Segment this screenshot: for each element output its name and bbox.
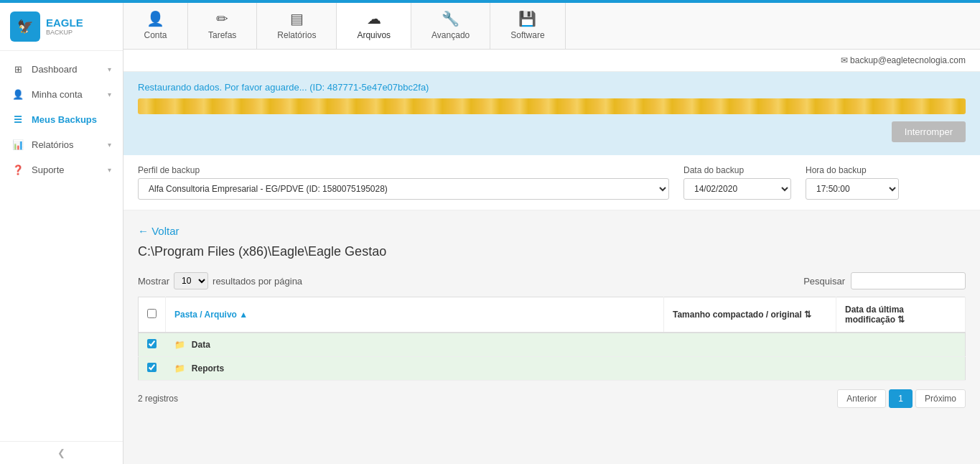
restore-status-text: Restaurando dados. Por favor aguarde... … [138,82,966,93]
profile-label: Perfil de backup [138,165,669,175]
tarefas-tab-icon: ✏ [216,10,228,27]
sort-arrows-icon: ⇅ [804,310,811,320]
conta-tab-icon: 👤 [146,10,164,27]
sort-arrows-date-icon: ⇅ [897,315,905,325]
header-name-col[interactable]: Pasta / Arquivo ▲ [166,297,664,333]
restore-banner: Restaurando dados. Por favor aguarde... … [123,72,980,155]
row-checkbox[interactable] [147,363,157,372]
reports-icon: 📊 [11,139,24,150]
file-path: C:\Program Files (x86)\Eagle\Eagle Gesta… [138,244,966,259]
account-icon: 👤 [11,89,24,100]
sidebar: 🦅 EAGLE BACKUP ⊞ Dashboard ▾ 👤 Minha con… [0,3,123,464]
prev-page-button[interactable]: Anterior [837,389,886,408]
row-name-cell: 📁 Reports [166,357,664,381]
date-header-label: Data da última modificação [845,305,904,325]
logo-sub: BACKUP [46,29,83,36]
user-email: ✉ backup@eagletecnologia.com [841,55,966,65]
header-date-col[interactable]: Data da última modificação ⇅ [836,297,966,333]
header-checkbox-col [139,297,166,333]
sidebar-item-label: Suporte [32,164,65,175]
chevron-icon: ▾ [108,91,111,98]
folder-icon: 📁 [174,363,185,373]
select-all-checkbox[interactable] [147,309,157,318]
sidebar-item-minha-conta[interactable]: 👤 Minha conta ▾ [0,82,123,107]
logo-icon: 🦅 [10,11,40,42]
time-label: Hora do backup [806,165,899,175]
table-row[interactable]: 📁 Data [139,333,966,357]
sidebar-nav: ⊞ Dashboard ▾ 👤 Minha conta ▾ ☰ Meus Bac… [0,51,123,441]
top-nav: 👤 Conta ✏ Tarefas ▤ Relatórios ☁ Arquivo… [123,3,980,50]
content-area: Restaurando dados. Por favor aguarde... … [123,72,980,464]
pagination-bar: 2 registros Anterior 1 Próximo [138,381,966,408]
collapse-icon: ❮ [57,447,65,458]
stop-restore-button[interactable]: Interromper [892,121,966,142]
restore-progress-bar [138,98,966,114]
profile-select[interactable]: Alfa Consultoria Empresarial - EG/PDVE (… [138,178,669,200]
dashboard-icon: ⊞ [11,64,24,75]
sidebar-item-meus-backups[interactable]: ☰ Meus Backups [0,107,123,132]
time-select[interactable]: 17:50:00 [806,178,899,200]
tab-avancado-label: Avançado [431,30,470,40]
tab-relatorios[interactable]: ▤ Relatórios [257,3,337,49]
header-bar: ✉ backup@eagletecnologia.com [123,50,980,72]
per-page-label: resultados por página [213,276,302,287]
row-date-cell [836,357,966,381]
row-name-cell: 📁 Data [166,333,664,357]
sidebar-item-suporte[interactable]: ❓ Suporte ▾ [0,157,123,182]
current-page-button[interactable]: 1 [889,389,913,408]
profile-section: Perfil de backup Alfa Consultoria Empres… [123,155,980,210]
row-size-cell [664,333,836,357]
chevron-icon: ▾ [108,166,111,174]
chevron-icon: ▾ [108,141,111,149]
search-input[interactable] [851,272,966,289]
row-checkbox-cell [139,333,166,357]
back-link[interactable]: ← Voltar [138,225,179,237]
header-size-col[interactable]: Tamanho compactado / original ⇅ [664,297,836,333]
table-row[interactable]: 📁 Reports [139,357,966,381]
row-checkbox[interactable] [147,339,157,348]
sort-icon: ▲ [239,310,248,320]
tab-relatorios-label: Relatórios [277,30,316,40]
logo-text: EAGLE [46,17,83,29]
time-field: Hora do backup 17:50:00 [806,165,899,200]
sidebar-item-relatorios[interactable]: 📊 Relatórios ▾ [0,132,123,157]
search-controls: Pesquisar [803,272,966,289]
chevron-icon: ▾ [108,65,111,73]
sidebar-item-label: Meus Backups [32,114,97,125]
date-label: Data do backup [683,165,791,175]
relatorios-tab-icon: ▤ [290,10,304,27]
next-page-button[interactable]: Próximo [915,389,966,408]
restore-actions: Interromper [138,121,966,142]
arquivos-tab-icon: ☁ [367,10,381,27]
sidebar-collapse-button[interactable]: ❮ [0,441,123,464]
date-field: Data do backup 14/02/2020 [683,165,791,200]
table-controls: Mostrar 10 resultados por página Pesquis… [138,272,966,289]
sidebar-item-label: Dashboard [32,64,78,75]
date-select[interactable]: 14/02/2020 [683,178,791,200]
tab-software[interactable]: 💾 Software [490,3,565,49]
tab-tarefas-label: Tarefas [208,30,236,40]
tab-arquivos[interactable]: ☁ Arquivos [337,3,411,49]
tab-arquivos-label: Arquivos [357,30,391,40]
pagination-controls: Anterior 1 Próximo [837,389,966,408]
tab-tarefas[interactable]: ✏ Tarefas [188,3,257,49]
file-table: Pasta / Arquivo ▲ Tamanho compactado / o… [138,297,966,381]
profile-field: Perfil de backup Alfa Consultoria Empres… [138,165,669,200]
name-header-label: Pasta / Arquivo [174,310,237,320]
tab-avancado[interactable]: 🔧 Avançado [411,3,490,49]
sidebar-item-label: Minha conta [32,89,83,100]
row-name: Data [192,340,210,350]
software-tab-icon: 💾 [518,10,536,27]
row-checkbox-cell [139,357,166,381]
per-page-select[interactable]: 10 [174,272,208,289]
row-name: Reports [192,363,224,373]
tab-conta[interactable]: 👤 Conta [123,3,188,49]
show-label: Mostrar [138,276,169,287]
files-section: ← Voltar C:\Program Files (x86)\Eagle\Ea… [123,210,980,422]
backups-icon: ☰ [11,114,24,125]
folder-icon: 📁 [174,340,185,350]
tab-software-label: Software [510,30,544,40]
sidebar-item-dashboard[interactable]: ⊞ Dashboard ▾ [0,57,123,82]
size-header-label: Tamanho compactado / original [673,310,802,320]
records-count: 2 registros [138,394,178,404]
